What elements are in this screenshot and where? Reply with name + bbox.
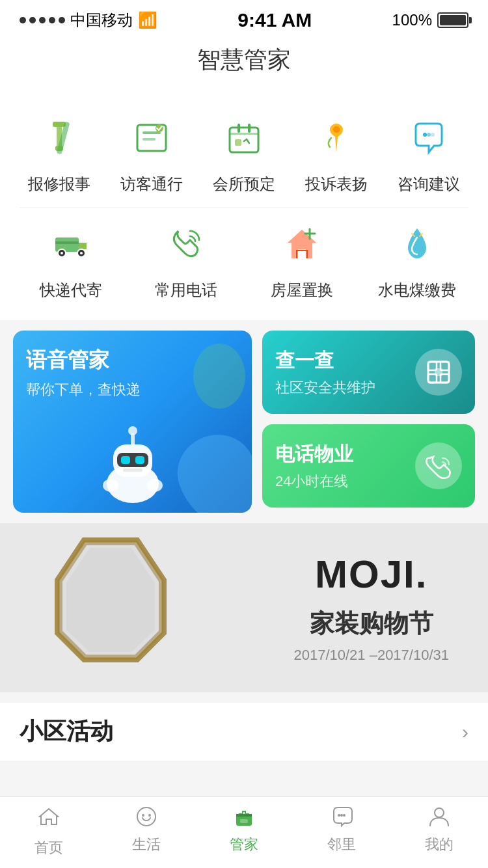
svg-rect-47: [240, 819, 248, 823]
phone-property-icon: [415, 442, 462, 489]
nav-life[interactable]: 生活: [104, 805, 189, 858]
svg-rect-30: [123, 468, 142, 472]
icon-visitor[interactable]: 访客通行: [109, 109, 194, 195]
consult-label: 咨询建议: [398, 174, 460, 195]
svg-rect-8: [230, 128, 258, 152]
check-banner[interactable]: 查一查 社区安全共维护: [262, 331, 475, 414]
visitor-label: 访客通行: [120, 174, 183, 195]
nav-home-label: 首页: [34, 838, 63, 858]
ad-banner[interactable]: MOJI. 家装购物节 2017/10/21 –2017/10/31: [0, 523, 488, 692]
svg-point-42: [137, 807, 156, 826]
right-banners: 查一查 社区安全共维护 电话物业 24小时在线: [262, 331, 475, 513]
status-left: 中国移动 📶: [20, 10, 157, 31]
carrier-label: 中国移动: [70, 10, 133, 31]
svg-point-14: [423, 133, 427, 137]
ad-brand-name: MOJI.: [293, 552, 449, 597]
nav-home[interactable]: 首页: [7, 805, 91, 858]
page-header: 智慧管家: [0, 38, 488, 89]
svg-rect-11: [248, 124, 251, 133]
ad-event-title: 家装购物节: [293, 607, 449, 640]
visitor-icon: [122, 109, 181, 167]
robot-illustration: [81, 409, 185, 513]
consult-icon: [400, 109, 458, 167]
banner-section: 语音管家 帮你下单，查快递: [0, 331, 488, 513]
icon-club[interactable]: 会所预定: [202, 109, 286, 195]
check-banner-text: 查一查 社区安全共维护: [275, 347, 375, 398]
club-label: 会所预定: [213, 174, 275, 195]
nav-butler[interactable]: 管家: [202, 805, 286, 858]
icon-consult[interactable]: 咨询建议: [386, 109, 471, 195]
status-right: 100%: [392, 11, 468, 29]
nav-mine[interactable]: 我的: [397, 805, 481, 858]
life-icon: [135, 805, 158, 831]
phone-property-banner[interactable]: 电话物业 24小时在线: [262, 424, 475, 508]
icons-row-1: 报修报事 访客通行: [0, 102, 488, 208]
svg-point-15: [427, 133, 431, 137]
ad-decoration: [20, 528, 202, 687]
svg-marker-41: [66, 548, 155, 652]
nav-community[interactable]: 邻里: [299, 805, 384, 858]
nav-community-label: 邻里: [327, 835, 356, 854]
svg-point-44: [148, 814, 151, 817]
svg-point-13: [333, 126, 340, 133]
battery-icon: [437, 12, 468, 28]
battery-label: 100%: [392, 11, 432, 29]
svg-rect-26: [121, 456, 130, 464]
icons-section: 报修报事 访客通行: [0, 89, 488, 320]
svg-rect-46: [236, 814, 252, 817]
svg-rect-9: [230, 133, 258, 135]
nav-mine-label: 我的: [425, 835, 454, 854]
home-icon: [37, 805, 61, 834]
svg-rect-12: [235, 139, 241, 146]
svg-point-48: [338, 814, 340, 817]
bottom-nav: 首页 生活 管家: [0, 796, 488, 868]
wifi-icon: 📶: [138, 11, 157, 29]
nav-life-label: 生活: [132, 835, 161, 854]
activities-more-arrow[interactable]: ›: [462, 721, 468, 743]
phone-property-text: 电话物业 24小时在线: [275, 441, 353, 491]
club-icon: [215, 109, 273, 167]
icon-complaint[interactable]: 投诉表扬: [294, 109, 379, 195]
complaint-label: 投诉表扬: [305, 174, 368, 195]
express-icon: [42, 215, 100, 273]
express-label: 快递代寄: [40, 280, 102, 301]
svg-rect-17: [55, 237, 79, 252]
butler-icon: [232, 805, 256, 831]
icon-express[interactable]: 快递代寄: [29, 215, 113, 301]
mine-icon: [427, 805, 451, 831]
repair-label: 报修报事: [28, 174, 90, 195]
status-time: 9:41 AM: [237, 9, 312, 31]
activities-header: 小区活动 ›: [20, 716, 468, 748]
phone-property-subtitle: 24小时在线: [275, 472, 353, 491]
svg-rect-5: [142, 131, 161, 134]
repair-icon: [30, 109, 88, 167]
svg-point-19: [61, 252, 63, 254]
phone-property-title: 电话物业: [275, 441, 353, 468]
icon-repair[interactable]: 报修报事: [17, 109, 102, 195]
icons-row-2: 快递代寄 常用电话 房屋置换: [0, 208, 488, 314]
activities-title: 小区活动: [20, 716, 113, 748]
icon-phone[interactable]: 常用电话: [144, 215, 228, 301]
ad-date-range: 2017/10/21 –2017/10/31: [293, 647, 449, 664]
svg-rect-10: [237, 124, 240, 133]
svg-point-32: [147, 479, 163, 492]
complaint-icon: [307, 109, 366, 167]
icon-house[interactable]: 房屋置换: [260, 215, 344, 301]
svg-point-16: [431, 133, 435, 137]
svg-point-43: [142, 814, 144, 817]
svg-point-49: [340, 814, 343, 817]
svg-rect-38: [435, 368, 442, 376]
voice-butler-banner[interactable]: 语音管家 帮你下单，查快递: [13, 331, 252, 513]
phone-icon: [157, 215, 215, 273]
utility-icon: [388, 215, 446, 273]
status-bar: 中国移动 📶 9:41 AM 100%: [0, 0, 488, 38]
svg-point-29: [128, 426, 137, 435]
svg-point-50: [343, 814, 346, 817]
house-icon: [273, 215, 331, 273]
house-label: 房屋置换: [271, 280, 333, 301]
check-banner-subtitle: 社区安全共维护: [275, 378, 375, 398]
icon-utility[interactable]: 水电煤缴费: [375, 215, 459, 301]
signal-dots: [20, 17, 65, 23]
nav-butler-label: 管家: [230, 835, 258, 854]
ad-content: MOJI. 家装购物节 2017/10/21 –2017/10/31: [293, 552, 449, 664]
